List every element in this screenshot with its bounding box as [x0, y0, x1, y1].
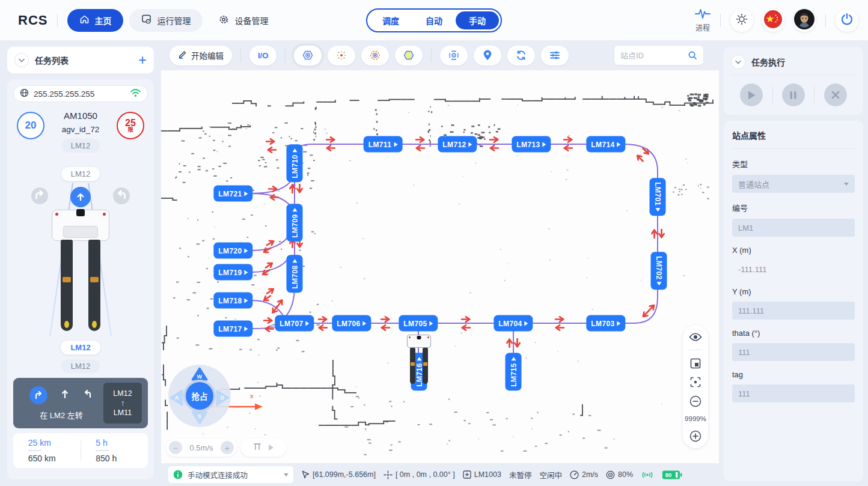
location-pin-icon [482, 49, 493, 61]
zoom-in-button[interactable] [689, 430, 701, 442]
station-node[interactable]: LM703 [586, 315, 625, 332]
pause-state: 未暂停 [509, 469, 532, 481]
tag-field[interactable]: 111 [732, 384, 855, 402]
relocate-button[interactable] [440, 46, 468, 65]
center-focus-button[interactable] [690, 377, 701, 387]
nav-home[interactable]: 主页 [67, 9, 123, 32]
task-exec-title: 任务执行 [751, 56, 785, 68]
station-node[interactable]: LM721 [213, 186, 252, 202]
task-cancel-button[interactable] [824, 84, 847, 106]
x-field[interactable]: -111.111 [732, 260, 855, 278]
joystick-left-key[interactable]: A [170, 389, 184, 407]
y-field[interactable]: 111.111 [732, 302, 855, 320]
theta-field[interactable]: 111 [732, 343, 855, 361]
io-button[interactable]: I/O [249, 46, 277, 65]
collapse-task-exec-button[interactable] [731, 55, 745, 69]
locate-button[interactable] [474, 46, 501, 65]
tag-value: 111 [738, 389, 750, 398]
station-node[interactable]: LM701 [650, 178, 666, 216]
pause-icon [789, 91, 797, 100]
power-button[interactable] [836, 9, 858, 32]
lane-direction-arrow [318, 322, 328, 333]
lane-direction-arrow [264, 323, 275, 334]
user-avatar[interactable] [793, 9, 816, 32]
station-properties-card: 站点属性 类型 普通站点 编号 LM1 X (m) -111.111 Y (m)… [724, 121, 863, 481]
task-pause-button[interactable] [782, 84, 805, 106]
tab-auto[interactable]: 自动 [412, 11, 456, 29]
code-field[interactable]: LM1 [732, 219, 855, 237]
fork-action-control[interactable] [240, 439, 286, 457]
collapse-button[interactable] [14, 53, 29, 67]
sliders-icon [549, 49, 561, 61]
layer-points-button[interactable] [328, 46, 355, 65]
station-node[interactable]: LM705 [399, 315, 438, 332]
station-node[interactable]: LM709 [287, 204, 303, 241]
vehicle-ip-field[interactable]: 255.255.255.255 [13, 85, 148, 102]
station-node[interactable]: LM706 [332, 315, 371, 332]
station-node[interactable]: LM702 [651, 252, 667, 290]
type-label: 类型 [732, 158, 855, 169]
joystick-down-key[interactable]: S [191, 410, 209, 425]
type-value: 普通站点 [738, 178, 769, 190]
station-node[interactable]: LM719 [213, 264, 252, 281]
station-node[interactable]: LM720 [213, 243, 252, 259]
station-node[interactable]: LM714 [586, 136, 625, 153]
go-straight-button[interactable] [70, 187, 91, 207]
map-region: 开始编辑 I/O [161, 40, 719, 486]
zoom-out-button[interactable] [689, 395, 701, 407]
nav-from: LM12 [113, 389, 132, 398]
start-edit-button[interactable]: 开始编辑 [170, 46, 232, 65]
visibility-button[interactable] [689, 332, 702, 342]
y-label: Y (m) [732, 287, 855, 296]
add-task-button[interactable]: + [138, 53, 147, 67]
type-select[interactable]: 普通站点 [732, 175, 855, 193]
station-node[interactable]: LM717 [213, 321, 252, 337]
station-search-input[interactable] [620, 51, 684, 60]
refresh-button[interactable] [507, 46, 535, 65]
layer-areas-button[interactable] [395, 46, 423, 65]
layer-zones-button[interactable] [361, 46, 389, 65]
turn-right-icon[interactable] [112, 187, 130, 207]
station-node[interactable]: LM707 [275, 315, 314, 332]
minimap-button[interactable] [690, 358, 701, 369]
task-list-title: 任务列表 [35, 54, 69, 66]
fork-icon [252, 443, 262, 452]
station-node[interactable]: LM715 [506, 353, 522, 390]
station-node[interactable]: LM708 [287, 255, 303, 293]
agv-robot-marker[interactable] [407, 335, 431, 384]
task-play-button[interactable] [740, 84, 763, 106]
station-node[interactable]: LM713 [512, 136, 551, 153]
station-node[interactable]: LM710 [287, 144, 303, 182]
station-node[interactable]: LM718 [213, 293, 252, 309]
nav-devices[interactable]: 设备管理 [206, 9, 280, 32]
direction-controls [13, 187, 148, 207]
manual-joystick: W A D S 抢占 [168, 365, 231, 427]
task-list-header: 任务列表 + [7, 47, 154, 73]
battery-status: 80 [662, 470, 682, 480]
map-canvas[interactable]: LM711LM712LM713LM714LM710LM721LM709LM720… [161, 70, 719, 463]
process-button[interactable]: 进程 [695, 8, 711, 32]
chevron-down-icon [19, 58, 25, 62]
layer-stations-button[interactable] [294, 46, 322, 65]
hexagon-dot-orange-icon [369, 49, 381, 61]
joystick-right-key[interactable]: D [215, 389, 230, 407]
vehicle-visualization [13, 183, 148, 341]
task-execution-card: 任务执行 [724, 47, 863, 115]
nav-operations[interactable]: 运行管理 [129, 9, 203, 32]
turn-left-icon[interactable] [31, 187, 49, 207]
nav-home-label: 主页 [94, 14, 111, 26]
tab-manual[interactable]: 手动 [456, 11, 499, 29]
station-node[interactable]: LM711 [364, 136, 403, 153]
connection-status-dropdown[interactable]: 手动模式连接成功 [168, 466, 293, 483]
speed-plus-button[interactable]: + [221, 441, 234, 454]
station-node[interactable]: LM704 [494, 315, 533, 332]
sun-icon [736, 13, 748, 28]
theme-toggle-button[interactable] [730, 9, 753, 32]
station-node[interactable]: LM712 [438, 136, 477, 153]
seize-control-button[interactable]: 抢占 [183, 380, 216, 412]
language-flag-button[interactable] [762, 9, 784, 32]
filter-settings-button[interactable] [541, 46, 569, 65]
tab-dispatch[interactable]: 调度 [369, 11, 412, 29]
search-icon[interactable] [688, 50, 697, 60]
speed-minus-button[interactable]: − [169, 441, 182, 454]
